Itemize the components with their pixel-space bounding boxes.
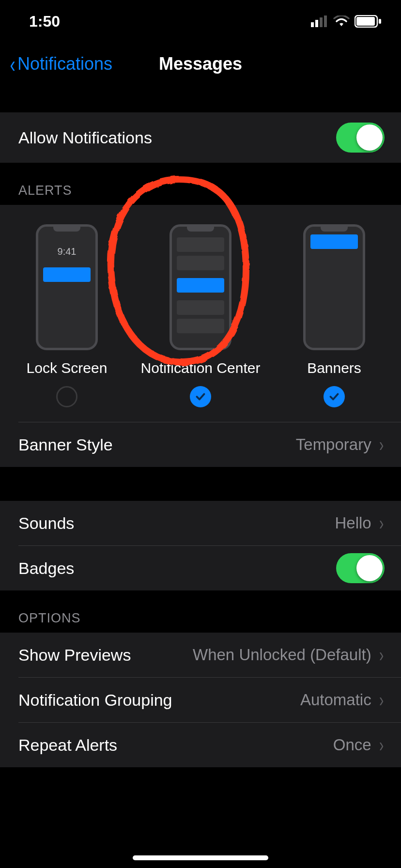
- chevron-right-icon: ›: [379, 434, 384, 456]
- banner-style-group: Banner Style Temporary ›: [0, 422, 401, 467]
- notification-center-preview-icon: [170, 224, 231, 350]
- spacer: [0, 85, 401, 112]
- back-label: Notifications: [17, 54, 112, 74]
- alert-option-notification-center[interactable]: Notification Center: [142, 224, 259, 407]
- svg-rect-2: [320, 17, 323, 27]
- lock-screen-preview-icon: 9:41: [36, 224, 98, 350]
- sounds-badges-group: Sounds Hello › Badges: [0, 501, 401, 590]
- alert-checkbox-banners[interactable]: [324, 386, 345, 407]
- chevron-right-icon: ›: [379, 734, 384, 756]
- show-previews-label: Show Previews: [18, 646, 131, 665]
- show-previews-row[interactable]: Show Previews When Unlocked (Default) ›: [0, 633, 401, 677]
- svg-rect-3: [324, 16, 327, 27]
- chevron-right-icon: ›: [379, 512, 384, 534]
- wifi-icon: [333, 16, 350, 27]
- options-group: Show Previews When Unlocked (Default) › …: [0, 633, 401, 767]
- svg-rect-1: [315, 20, 318, 27]
- svg-rect-6: [379, 19, 381, 24]
- sounds-label: Sounds: [18, 514, 74, 533]
- banner-style-row[interactable]: Banner Style Temporary ›: [0, 422, 401, 467]
- allow-notifications-row[interactable]: Allow Notifications: [0, 112, 401, 163]
- sounds-value: Hello: [335, 514, 371, 532]
- banner-style-label: Banner Style: [18, 435, 113, 454]
- chevron-right-icon: ›: [379, 644, 384, 666]
- alerts-panel: 9:41 Lock Screen Notification Center: [0, 205, 401, 422]
- alerts-header: ALERTS: [0, 163, 401, 205]
- allow-notifications-switch[interactable]: [336, 123, 385, 153]
- repeat-alerts-row[interactable]: Repeat Alerts Once ›: [0, 723, 401, 767]
- back-button[interactable]: ‹ Notifications: [0, 51, 112, 78]
- sounds-row[interactable]: Sounds Hello ›: [0, 501, 401, 545]
- status-indicators: [311, 15, 382, 28]
- cellular-icon: [311, 16, 328, 27]
- badges-label: Badges: [18, 559, 74, 578]
- repeat-label: Repeat Alerts: [18, 736, 117, 755]
- spacer: [0, 467, 401, 501]
- alert-option-banners[interactable]: Banners: [276, 224, 392, 407]
- alert-label: Notification Center: [141, 360, 261, 376]
- svg-rect-5: [356, 17, 375, 26]
- svg-rect-0: [311, 22, 314, 27]
- alert-option-lock-screen[interactable]: 9:41 Lock Screen: [9, 224, 125, 407]
- alert-checkbox-lock-screen[interactable]: [56, 386, 77, 407]
- grouping-label: Notification Grouping: [18, 691, 172, 710]
- nav-bar: ‹ Notifications Messages: [0, 43, 401, 85]
- grouping-value: Automatic: [300, 691, 371, 709]
- banner-style-value: Temporary: [296, 435, 371, 454]
- allow-label: Allow Notifications: [18, 128, 152, 147]
- alert-checkbox-notification-center[interactable]: [190, 386, 211, 407]
- banners-preview-icon: [303, 224, 365, 350]
- badges-switch[interactable]: [336, 553, 385, 583]
- status-bar: 1:50: [0, 0, 401, 43]
- badges-row[interactable]: Badges: [0, 546, 401, 590]
- alert-label: Banners: [307, 360, 361, 376]
- repeat-value: Once: [333, 736, 371, 754]
- show-previews-value: When Unlocked (Default): [193, 646, 371, 664]
- notification-grouping-row[interactable]: Notification Grouping Automatic ›: [0, 678, 401, 722]
- options-header: OPTIONS: [0, 590, 401, 633]
- home-indicator[interactable]: [133, 855, 268, 860]
- chevron-left-icon: ‹: [10, 51, 15, 78]
- chevron-right-icon: ›: [379, 689, 384, 711]
- allow-group: Allow Notifications: [0, 112, 401, 163]
- battery-icon: [355, 15, 382, 28]
- alert-label: Lock Screen: [27, 360, 108, 376]
- status-time: 1:50: [29, 13, 60, 31]
